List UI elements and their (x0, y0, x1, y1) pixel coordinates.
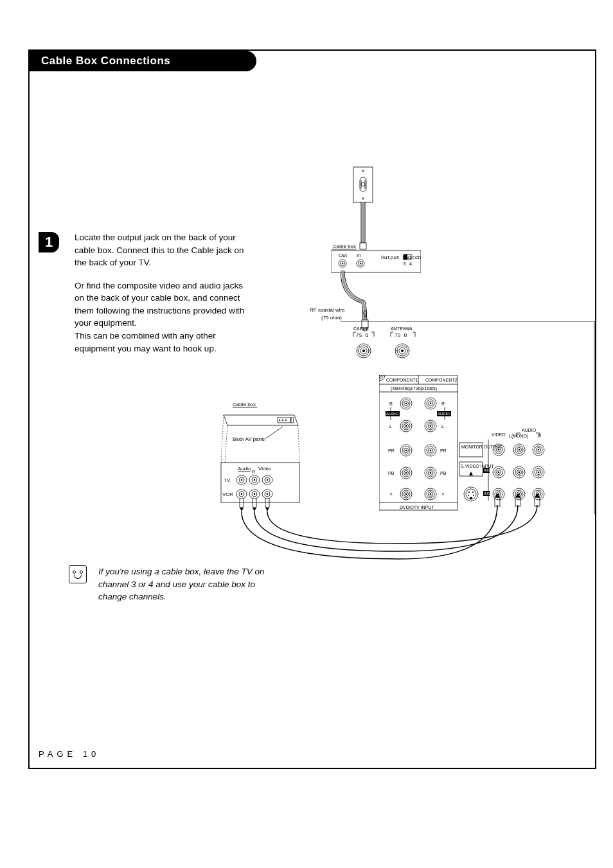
av-cables (238, 475, 559, 565)
step-number: 1 (45, 234, 53, 251)
svg-text:Output Switch: Output Switch (381, 254, 421, 260)
svg-point-194 (285, 420, 287, 421)
svg-text:VCR: VCR (222, 492, 233, 497)
svg-text:(75 ohm): (75 ohm) (321, 315, 342, 321)
svg-point-2 (362, 198, 364, 199)
svg-point-4 (361, 182, 365, 186)
svg-rect-222 (495, 497, 500, 506)
section-title: Cable Box Connections (28, 51, 256, 71)
svg-rect-0 (353, 167, 373, 202)
svg-text:3  4: 3 4 (403, 261, 413, 267)
cable-box-top-diagram: Cable box Out In Output Switch 3 4 (331, 243, 421, 274)
svg-text:Audio: Audio (238, 466, 251, 472)
svg-text:Back AV panel: Back AV panel (233, 436, 266, 442)
svg-text:TV: TV (224, 477, 231, 483)
svg-point-1 (362, 170, 364, 172)
step-number-badge: 1 (39, 232, 59, 252)
svg-text:In: In (357, 252, 361, 258)
tip-smiley-icon (69, 565, 87, 583)
paragraph-2b: This can be combined with any other equi… (75, 331, 217, 353)
section-title-text: Cable Box Connections (41, 55, 170, 67)
paragraph-2a: Or find the composite video and audio ja… (75, 281, 244, 328)
svg-text:Video: Video (258, 466, 272, 472)
instruction-text: Locate the output jack on the back of yo… (75, 231, 254, 355)
tip-text: If you're using a cable box, leave the T… (98, 565, 269, 603)
page-number: PAGE 10 (39, 749, 100, 759)
svg-rect-224 (535, 497, 540, 506)
svg-text:RF coaxial wire: RF coaxial wire (310, 307, 345, 313)
svg-rect-195 (291, 418, 294, 423)
svg-text:R: R (252, 470, 255, 474)
svg-point-193 (282, 420, 283, 421)
cable-box-label: Cable box (333, 244, 356, 249)
svg-rect-20 (404, 254, 407, 260)
svg-point-17 (360, 263, 361, 264)
svg-rect-191 (278, 418, 290, 423)
svg-text:Out: Out (339, 252, 348, 258)
paragraph-1: Locate the output jack on the back of yo… (75, 231, 254, 269)
svg-text:Cable box: Cable box (233, 402, 256, 407)
svg-rect-223 (515, 497, 520, 506)
svg-rect-3 (360, 177, 366, 191)
svg-point-192 (279, 420, 280, 421)
svg-point-14 (342, 263, 343, 264)
